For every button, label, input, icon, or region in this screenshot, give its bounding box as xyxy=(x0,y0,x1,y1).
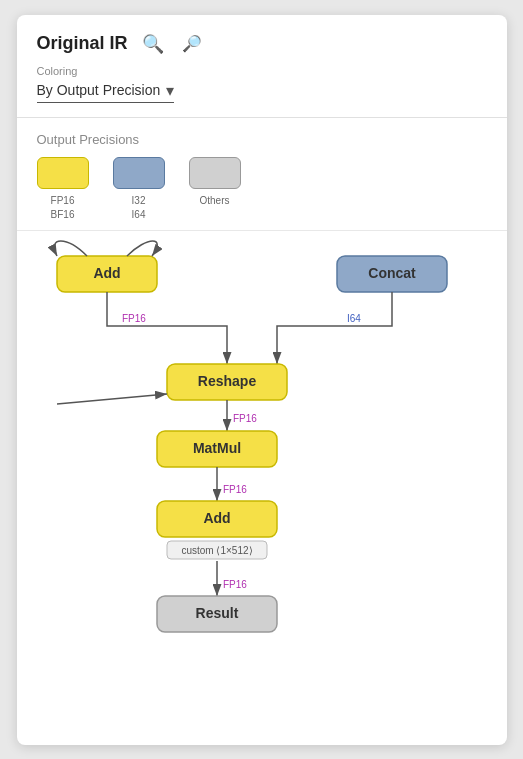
legend-section: Output Precisions FP16BF16 I32I64 Others xyxy=(17,118,507,231)
page-title: Original IR xyxy=(37,33,128,54)
edge-label-fp16-add1: FP16 xyxy=(122,313,146,324)
node-reshape-label: Reshape xyxy=(197,372,256,388)
legend-label-others: Others xyxy=(199,194,229,208)
main-card: Original IR 🔍 🔎 Coloring By Output Preci… xyxy=(17,15,507,745)
legend-items: FP16BF16 I32I64 Others xyxy=(37,157,487,222)
node-add2-label: Add xyxy=(203,509,230,525)
header: Original IR 🔍 🔎 Coloring By Output Preci… xyxy=(17,15,507,118)
legend-item-i32: I32I64 xyxy=(113,157,165,222)
dropdown-arrow-icon: ▾ xyxy=(166,81,174,100)
coloring-label: Coloring xyxy=(37,65,487,77)
legend-label-i32: I32I64 xyxy=(132,194,146,222)
zoom-out-button[interactable]: 🔎 xyxy=(178,34,206,54)
legend-color-others xyxy=(189,157,241,189)
legend-color-i32 xyxy=(113,157,165,189)
edge-add1-reshape xyxy=(107,292,227,364)
legend-item-fp16: FP16BF16 xyxy=(37,157,89,222)
edge-self-add1-2 xyxy=(127,241,157,256)
node-add1-label: Add xyxy=(93,264,120,280)
legend-title: Output Precisions xyxy=(37,132,487,147)
edge-concat-reshape xyxy=(277,292,392,364)
edge-label-fp16-matmul: FP16 xyxy=(223,484,247,495)
zoom-in-button[interactable]: 🔍 xyxy=(138,33,168,55)
edge-label-i64-concat: I64 xyxy=(347,313,361,324)
node-result-label: Result xyxy=(195,604,238,620)
edge-label-fp16-reshape: FP16 xyxy=(233,413,257,424)
node-add2-sublabel: custom ⟨1×512⟩ xyxy=(181,545,252,556)
coloring-dropdown[interactable]: By Output Precision ▾ xyxy=(37,81,175,103)
graph-area: Add Concat FP16 I64 Reshape FP16 xyxy=(17,231,507,745)
edge-label-fp16-add2: FP16 xyxy=(223,579,247,590)
legend-label-fp16: FP16BF16 xyxy=(51,194,75,222)
node-concat-label: Concat xyxy=(368,264,416,280)
legend-color-fp16 xyxy=(37,157,89,189)
node-matmul-label: MatMul xyxy=(192,439,240,455)
legend-item-others: Others xyxy=(189,157,241,208)
coloring-value: By Output Precision xyxy=(37,82,161,98)
edge-self-add1 xyxy=(54,241,87,256)
edge-extra-reshape xyxy=(57,394,167,404)
graph-svg: Add Concat FP16 I64 Reshape FP16 xyxy=(37,241,487,721)
